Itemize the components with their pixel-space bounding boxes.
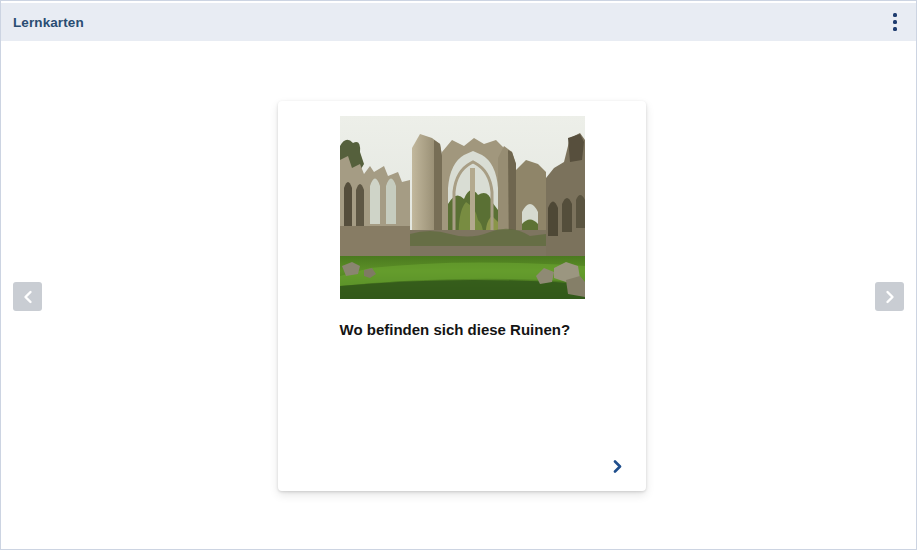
flip-card-button[interactable] [605, 454, 629, 478]
kebab-dot [893, 27, 897, 31]
kebab-dot [893, 20, 897, 24]
chevron-right-icon [884, 290, 896, 304]
page-title: Lernkarten [13, 15, 84, 30]
previous-card-button[interactable] [13, 282, 42, 311]
question-text: Wo befinden sich diese Ruinen? [340, 321, 585, 340]
next-card-button[interactable] [875, 282, 904, 311]
kebab-menu-button[interactable] [888, 9, 902, 35]
flashcard: Wo befinden sich diese Ruinen? [278, 101, 646, 491]
flashcard-image [340, 116, 585, 299]
flashcards-page: Lernkarten [0, 0, 917, 550]
chevron-left-icon [22, 290, 34, 304]
chevron-right-icon [612, 460, 623, 473]
kebab-dot [893, 13, 897, 17]
header-bar: Lernkarten [1, 3, 916, 41]
